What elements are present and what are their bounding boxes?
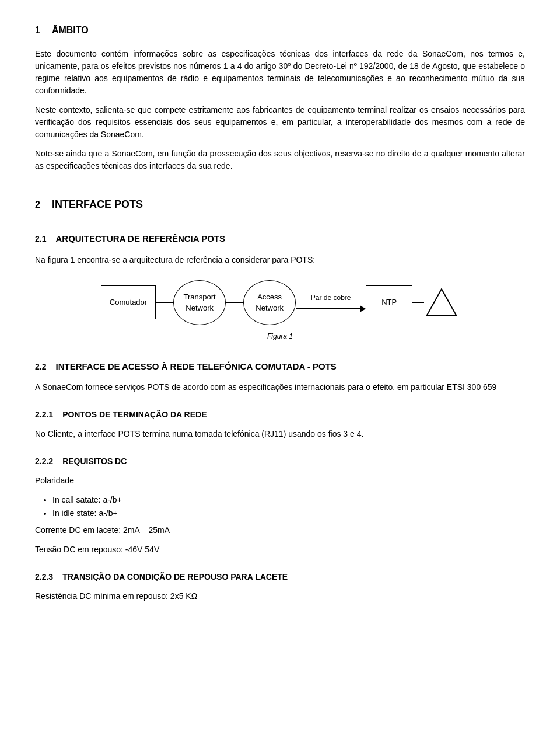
section-1-para2: Neste contexto, salienta-se que compete …: [35, 104, 525, 141]
transport-network-label: TransportNetwork: [184, 292, 216, 313]
corrente-label: Corrente DC em lacete: 2mA – 25mA: [35, 524, 525, 536]
sub2-2-title: INTERFACE DE ACESSO À REDE TELEFÓNICA CO…: [55, 360, 336, 374]
line-2: [226, 302, 243, 303]
par-de-cobre-line: [296, 305, 366, 312]
line-3: [412, 302, 424, 303]
triangle-svg: [424, 283, 459, 318]
connector-2: [226, 302, 243, 303]
sub2-2-1-number: 2.2.1: [35, 409, 53, 421]
subsection-2-2: 2.2 INTERFACE DE ACESSO À REDE TELEFÓNIC…: [35, 350, 525, 603]
sub2-2-1-title: PONTOS DE TERMINAÇÃO DA REDE: [62, 409, 206, 421]
polaridade-label: Polaridade: [35, 475, 525, 487]
ntp-box: NTP: [366, 285, 412, 319]
arrow-to-ntp: [360, 305, 366, 312]
ntp-label: NTP: [382, 298, 397, 306]
architecture-diagram: Comutador TransportNetwork AccessNetwork: [35, 280, 525, 342]
access-network-label: AccessNetwork: [256, 292, 284, 313]
par-de-cobre-label: Par de cobre: [311, 292, 351, 303]
section-1: 1 ÂMBITO Este documento contém informaçõ…: [35, 23, 525, 172]
sub2-2-para: A SonaeCom fornece serviços POTS de acor…: [35, 381, 525, 393]
section-1-number: 1: [35, 23, 40, 37]
comutador-box: Comutador: [101, 285, 156, 319]
bullet-1: In call satate: a-/b+: [52, 494, 525, 506]
sub2-2-number: 2.2: [35, 361, 46, 373]
transport-network-box: TransportNetwork: [173, 280, 226, 325]
tensao-label: Tensão DC em repouso: -46V 54V: [35, 544, 525, 556]
subsection-2-2-1: 2.2.1 PONTOS DE TERMINAÇÃO DA REDE No Cl…: [35, 400, 525, 440]
section-2-title: INTERFACE POTS: [52, 197, 143, 212]
figura-label: Figura 1: [267, 331, 293, 342]
sub2-1-number: 2.1: [35, 233, 46, 245]
sub2-2-3-number: 2.2.3: [35, 571, 53, 583]
connector-1: [156, 302, 173, 303]
bullet-2: In idle state: a-/b+: [52, 507, 525, 520]
par-line: [296, 308, 360, 309]
connector-3: [412, 302, 424, 303]
section-2: 2 INTERFACE POTS 2.1 ARQUITECTURA DE REF…: [35, 183, 525, 602]
dc-bullets: In call satate: a-/b+ In idle state: a-/…: [52, 494, 525, 520]
section-1-title: ÂMBITO: [52, 23, 89, 37]
line-1: [156, 302, 173, 303]
comutador-label: Comutador: [110, 298, 147, 306]
sub2-2-3-para: Resistência DC mínima em repouso: 2x5 KΩ: [35, 590, 525, 602]
svg-marker-0: [427, 289, 456, 315]
subsection-2-1: 2.1 ARQUITECTURA DE REFERÊNCIA POTS Na f…: [35, 222, 525, 342]
access-network-box: AccessNetwork: [243, 280, 296, 325]
par-de-cobre-group: Par de cobre: [296, 292, 366, 312]
telephone-triangle: [424, 283, 459, 322]
section-2-number: 2: [35, 198, 40, 212]
sub2-1-title: ARQUITECTURA DE REFERÊNCIA POTS: [55, 232, 225, 246]
sub2-2-1-para: No Cliente, a interface POTS termina num…: [35, 428, 525, 440]
sub2-1-para: Na figura 1 encontra-se a arquitectura d…: [35, 254, 525, 266]
subsection-2-2-2: 2.2.2 REQUISITOS DC Polaridade In call s…: [35, 447, 525, 556]
sub2-2-2-title: REQUISITOS DC: [62, 455, 127, 468]
sub2-2-3-title: TRANSIÇÃO DA CONDIÇÃO DE REPOUSO PARA LA…: [62, 571, 288, 583]
section-1-para1: Este documento contém informações sobre …: [35, 48, 525, 97]
sub2-2-2-number: 2.2.2: [35, 455, 53, 468]
subsection-2-2-3: 2.2.3 TRANSIÇÃO DA CONDIÇÃO DE REPOUSO P…: [35, 563, 525, 602]
section-1-para3: Note-se ainda que a SonaeCom, em função …: [35, 148, 525, 172]
diagram-row: Comutador TransportNetwork AccessNetwork: [101, 280, 459, 325]
